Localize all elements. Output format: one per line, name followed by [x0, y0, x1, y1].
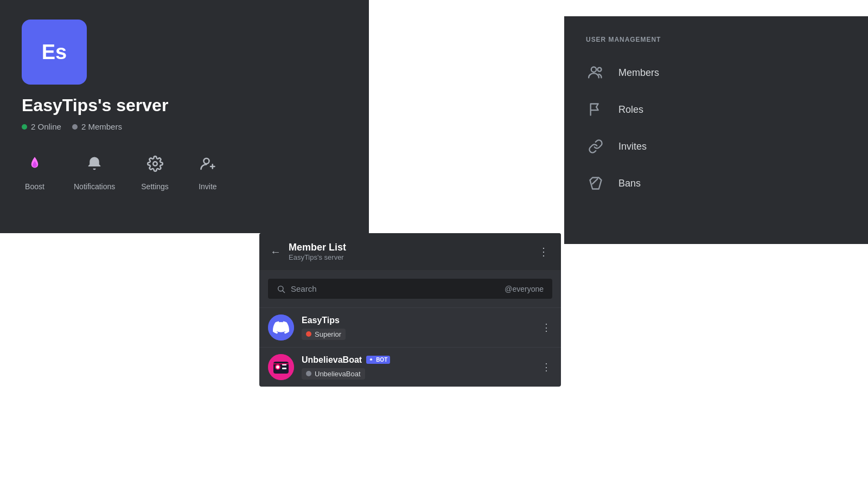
invite-label: Invite [199, 182, 216, 191]
bans-label: Bans [618, 178, 641, 189]
bell-icon [81, 151, 107, 177]
server-name: EasyTips's server [22, 95, 347, 115]
notifications-action[interactable]: Notifications [74, 151, 115, 191]
member-stat: 2 Members [72, 122, 122, 131]
search-icon [277, 285, 285, 293]
unbelievaboat-role-tag: UnbelievaBoat [302, 368, 534, 380]
svg-point-1 [203, 158, 209, 164]
member-item-easytips[interactable]: EasyTips Superior ⋮ [259, 307, 561, 347]
superior-role-label: Superior [315, 330, 341, 338]
link-icon [586, 137, 605, 156]
easytips-more-button[interactable]: ⋮ [541, 322, 552, 333]
roles-label: Roles [618, 104, 643, 115]
svg-point-4 [591, 67, 596, 72]
svg-rect-13 [282, 368, 286, 369]
server-icon: Es [22, 20, 87, 85]
bot-badge: BOT [366, 356, 390, 364]
member-list-header: ← Member List EasyTips's server ⋮ [259, 233, 561, 270]
header-title-block: Member List EasyTips's server [289, 242, 346, 261]
easytips-name-row: EasyTips [302, 316, 534, 325]
avatar-easytips [268, 314, 294, 341]
members-icon [586, 63, 605, 82]
search-input[interactable]: Search [291, 284, 499, 293]
bot-role-label: UnbelievaBoat [315, 370, 361, 378]
superior-role-dot [306, 331, 311, 337]
svg-point-5 [598, 68, 602, 72]
svg-line-7 [283, 291, 285, 293]
easytips-name: EasyTips [302, 316, 340, 325]
member-list-subtitle: EasyTips's server [289, 253, 346, 261]
online-count: 2 Online [31, 122, 61, 131]
boost-label: Boost [25, 182, 44, 191]
user-management-panel: USER MANAGEMENT Members Roles [564, 16, 868, 244]
invites-menu-item[interactable]: Invites [586, 128, 846, 165]
members-menu-item[interactable]: Members [586, 54, 846, 91]
bot-role-dot [306, 371, 311, 376]
settings-label: Settings [141, 182, 169, 191]
gear-icon [142, 151, 168, 177]
member-item-unbelievaboat[interactable]: UnbelievaBoat BOT UnbelievaBoat ⋮ [259, 347, 561, 387]
member-list-title: Member List [289, 242, 346, 253]
easytips-role-tag: Superior [302, 329, 534, 340]
invites-label: Invites [618, 141, 647, 152]
unbelievaboat-name: UnbelievaBoat [302, 355, 362, 365]
svg-point-11 [276, 365, 279, 369]
invite-action[interactable]: Invite [195, 151, 221, 191]
member-count: 2 Members [81, 122, 122, 131]
svg-point-0 [153, 162, 157, 166]
flag-icon [586, 100, 605, 119]
notifications-label: Notifications [74, 182, 115, 191]
unbelievaboat-more-button[interactable]: ⋮ [541, 361, 552, 373]
boost-action[interactable]: Boost [22, 151, 48, 191]
unbelievaboat-info: UnbelievaBoat BOT UnbelievaBoat [302, 355, 534, 380]
member-list-panel: ← Member List EasyTips's server ⋮ Search… [259, 233, 561, 387]
back-button[interactable]: ← [270, 246, 281, 258]
settings-action[interactable]: Settings [141, 151, 169, 191]
server-icon-text: Es [42, 41, 67, 64]
header-left: ← Member List EasyTips's server [270, 242, 346, 261]
boost-icon [22, 151, 48, 177]
search-bar[interactable]: Search @everyone [268, 279, 552, 299]
bans-menu-item[interactable]: Bans [586, 165, 846, 202]
member-dot [72, 124, 78, 130]
roles-menu-item[interactable]: Roles [586, 91, 846, 128]
unbelievaboat-name-row: UnbelievaBoat BOT [302, 355, 534, 365]
server-actions: Boost Notifications Settings [22, 151, 347, 191]
online-dot [22, 124, 27, 130]
more-options-button[interactable]: ⋮ [538, 245, 550, 258]
user-management-title: USER MANAGEMENT [586, 36, 846, 43]
filter-tag: @everyone [505, 285, 544, 293]
server-overview-panel: Es EasyTips's server 2 Online 2 Members … [0, 0, 369, 233]
ban-icon [586, 174, 605, 193]
members-label: Members [618, 67, 659, 79]
avatar-unbelievaboat [268, 354, 294, 380]
person-add-icon [195, 151, 221, 177]
online-stat: 2 Online [22, 122, 61, 131]
server-stats: 2 Online 2 Members [22, 122, 347, 131]
easytips-info: EasyTips Superior [302, 316, 534, 340]
